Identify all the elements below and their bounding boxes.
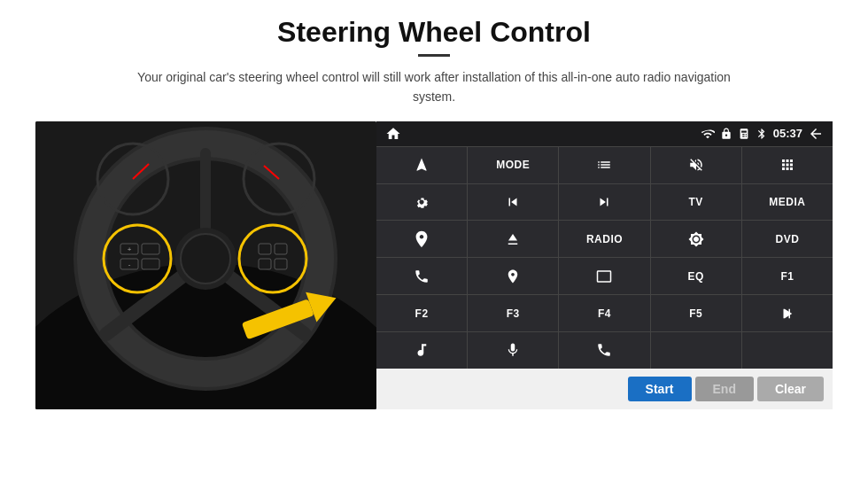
status-bar: 05:37 xyxy=(376,121,833,146)
title-divider xyxy=(418,54,450,57)
back-icon xyxy=(808,126,824,142)
btn-list[interactable] xyxy=(559,147,649,183)
btn-eq[interactable]: EQ xyxy=(651,258,741,294)
wifi-icon xyxy=(701,127,715,141)
content-area: + - xyxy=(35,121,833,409)
status-bar-left xyxy=(385,126,401,142)
svg-text:+: + xyxy=(128,245,132,253)
page-subtitle: Your original car's steering wheel contr… xyxy=(133,67,735,107)
btn-media[interactable]: MEDIA xyxy=(742,184,833,221)
end-button[interactable]: End xyxy=(695,377,754,401)
steering-wheel-image: + - xyxy=(35,121,376,409)
btn-f3[interactable]: F3 xyxy=(468,295,558,331)
btn-radio[interactable]: RADIO xyxy=(559,221,649,257)
btn-settings[interactable] xyxy=(376,184,467,221)
time-display: 05:37 xyxy=(773,127,802,140)
control-panel: 05:37 MODE xyxy=(376,121,833,409)
btn-phonecall[interactable] xyxy=(559,332,649,369)
svg-rect-19 xyxy=(259,259,271,269)
btn-music[interactable] xyxy=(376,332,467,369)
svg-text:-: - xyxy=(128,260,131,268)
button-grid: MODE xyxy=(376,146,833,369)
home-icon xyxy=(385,126,401,142)
btn-tv[interactable]: TV xyxy=(651,184,741,221)
btn-f2[interactable]: F2 xyxy=(376,295,467,331)
empty-cell-2 xyxy=(742,332,833,369)
btn-f4[interactable]: F4 xyxy=(559,295,649,331)
svg-rect-17 xyxy=(259,244,271,254)
btn-apps[interactable] xyxy=(742,147,833,183)
svg-rect-4 xyxy=(200,148,211,237)
svg-rect-20 xyxy=(275,259,287,269)
bluetooth-icon xyxy=(756,128,768,140)
page-container: Steering Wheel Control Your original car… xyxy=(0,0,868,482)
btn-phone[interactable] xyxy=(376,258,467,294)
action-bar: Start End Clear xyxy=(376,369,833,409)
svg-rect-13 xyxy=(142,259,159,269)
svg-point-8 xyxy=(181,234,230,284)
btn-360cam[interactable] xyxy=(376,221,467,257)
page-title: Steering Wheel Control xyxy=(277,16,591,49)
svg-rect-12 xyxy=(142,244,159,254)
btn-mode[interactable]: MODE xyxy=(468,147,558,183)
btn-next[interactable] xyxy=(559,184,649,221)
empty-cell-1 xyxy=(651,332,741,369)
btn-screen[interactable] xyxy=(559,258,649,294)
btn-eject[interactable] xyxy=(468,221,558,257)
btn-dvd[interactable]: DVD xyxy=(742,221,833,257)
svg-rect-18 xyxy=(275,244,287,254)
btn-mute[interactable] xyxy=(651,147,741,183)
sim-icon xyxy=(738,128,750,140)
btn-playpause[interactable] xyxy=(742,295,833,331)
btn-prev[interactable] xyxy=(468,184,558,221)
btn-f1[interactable]: F1 xyxy=(742,258,833,294)
btn-mic[interactable] xyxy=(468,332,558,369)
clear-button[interactable]: Clear xyxy=(757,377,824,401)
btn-brightness[interactable] xyxy=(651,221,741,257)
btn-navigate[interactable] xyxy=(376,147,467,183)
lock-icon xyxy=(720,128,732,140)
status-bar-right: 05:37 xyxy=(701,126,824,142)
btn-navi[interactable] xyxy=(468,258,558,294)
start-button[interactable]: Start xyxy=(628,377,692,401)
btn-f5[interactable]: F5 xyxy=(651,295,741,331)
